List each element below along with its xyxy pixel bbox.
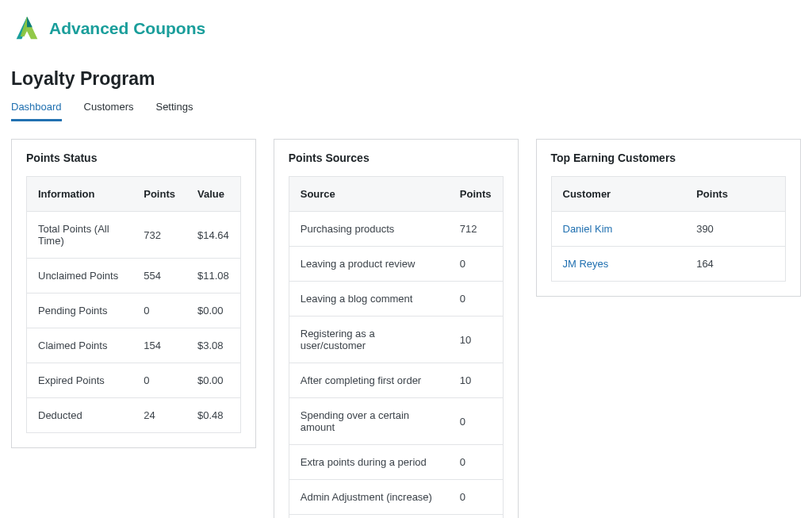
th-source: Source [289, 177, 449, 212]
cell-points: 24 [132, 398, 186, 433]
table-row: Purchasing products712 [289, 212, 503, 247]
cell-info: Pending Points [27, 294, 133, 328]
tab-customers[interactable]: Customers [84, 101, 134, 121]
brand-header: Advanced Coupons [11, 13, 801, 44]
cell-source: Admin Adjustment (increase) [289, 480, 449, 515]
points-sources-card: Points Sources Source Points Purchasing … [274, 139, 519, 518]
cell-source: Spending over a certain amount [289, 398, 449, 445]
cell-value: $3.08 [186, 328, 240, 363]
cell-source-points: 0 [449, 445, 503, 480]
cell-points: 0 [132, 294, 186, 328]
cell-source-points: 0 [449, 282, 503, 317]
points-sources-title: Points Sources [274, 140, 518, 176]
cell-info: Claimed Points [27, 328, 133, 363]
cell-source-points: 0 [449, 247, 503, 282]
customer-link[interactable]: JM Reyes [563, 258, 609, 270]
cell-source-points: 0 [449, 480, 503, 515]
cell-source: Extra points during a period [289, 445, 449, 480]
points-status-table: Information Points Value Total Points (A… [26, 176, 241, 433]
cell-source-points: 10 [449, 317, 503, 363]
brand-name: Advanced Coupons [49, 19, 205, 38]
cell-points: 732 [132, 212, 186, 259]
table-row: Leaving a product review0 [289, 247, 503, 282]
th-customer-points: Points [685, 177, 785, 212]
cell-customer: Daniel Kim [551, 212, 685, 247]
cell-source: Purchasing products [289, 212, 449, 247]
top-customers-title: Top Earning Customers [537, 140, 801, 176]
customer-link[interactable]: Daniel Kim [563, 223, 613, 235]
cell-value: $0.00 [186, 294, 240, 328]
table-row: JM Reyes164 [551, 247, 786, 282]
table-row: Admin Adjustment (increase)0 [289, 480, 503, 515]
th-source-points: Points [449, 177, 503, 212]
th-points: Points [132, 177, 186, 212]
points-status-card: Points Status Information Points Value T… [11, 139, 256, 448]
table-row: Imported points0 [289, 515, 503, 519]
cell-value: $11.08 [186, 259, 240, 294]
tab-dashboard[interactable]: Dashboard [11, 101, 62, 121]
cell-value: $14.64 [186, 212, 240, 259]
table-row: Deducted24$0.48 [27, 398, 241, 433]
cell-source-points: 10 [449, 363, 503, 398]
cell-value: $0.00 [186, 363, 240, 398]
cell-source: Registering as a user/customer [289, 317, 449, 363]
table-row: Spending over a certain amount0 [289, 398, 503, 445]
cell-value: $0.48 [186, 398, 240, 433]
page-title: Loyalty Program [11, 68, 801, 90]
table-row: Total Points (All Time)732$14.64 [27, 212, 241, 259]
top-customers-card: Top Earning Customers Customer Points Da… [536, 139, 802, 297]
th-customer: Customer [551, 177, 685, 212]
cell-customer-points: 164 [685, 247, 785, 282]
cell-customer: JM Reyes [551, 247, 685, 282]
cell-source: Imported points [289, 515, 449, 519]
cell-source: Leaving a blog comment [289, 282, 449, 317]
cell-points: 154 [132, 328, 186, 363]
tab-settings[interactable]: Settings [155, 101, 193, 121]
points-status-title: Points Status [12, 140, 255, 176]
cell-source: Leaving a product review [289, 247, 449, 282]
table-row: Claimed Points154$3.08 [27, 328, 241, 363]
tabs-nav: Dashboard Customers Settings [11, 101, 801, 121]
table-row: Daniel Kim390 [551, 212, 786, 247]
table-row: Unclaimed Points554$11.08 [27, 259, 241, 294]
table-row: Expired Points0$0.00 [27, 363, 241, 398]
table-row: Leaving a blog comment0 [289, 282, 503, 317]
cell-customer-points: 390 [685, 212, 785, 247]
cell-info: Unclaimed Points [27, 259, 133, 294]
points-sources-table: Source Points Purchasing products712Leav… [289, 176, 504, 518]
cell-points: 554 [132, 259, 186, 294]
table-row: Registering as a user/customer10 [289, 317, 503, 363]
cell-info: Expired Points [27, 363, 133, 398]
cell-info: Total Points (All Time) [27, 212, 133, 259]
cell-source-points: 0 [449, 398, 503, 445]
table-row: After completing first order10 [289, 363, 503, 398]
brand-logo-icon [11, 13, 43, 44]
cell-source: After completing first order [289, 363, 449, 398]
top-customers-table: Customer Points Daniel Kim390JM Reyes164 [551, 176, 787, 282]
th-value: Value [186, 177, 240, 212]
table-row: Pending Points0$0.00 [27, 294, 241, 328]
cell-source-points: 0 [449, 515, 503, 519]
cell-info: Deducted [27, 398, 133, 433]
cell-points: 0 [132, 363, 186, 398]
cell-source-points: 712 [449, 212, 503, 247]
table-row: Extra points during a period0 [289, 445, 503, 480]
th-information: Information [27, 177, 133, 212]
